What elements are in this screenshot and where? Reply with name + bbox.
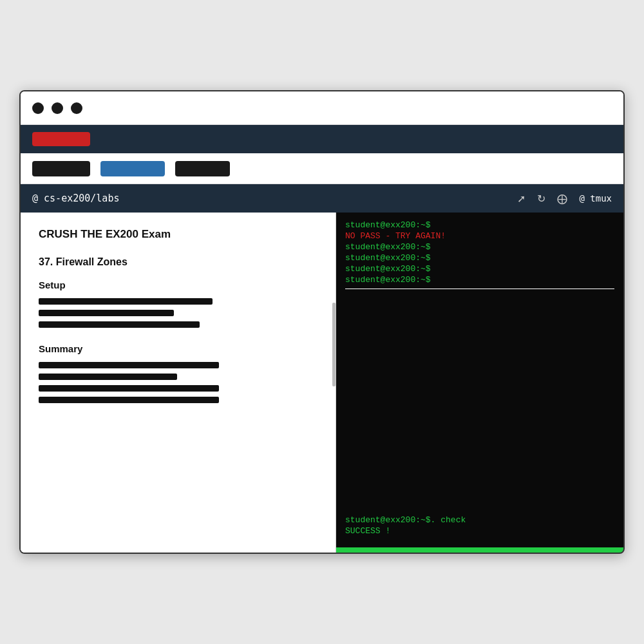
browser-window: @ cs-ex200/labs ➚ ↻ ⨁ @ tmux CRUSH THE E… [19,90,625,554]
course-title: CRUSH THE EX200 Exam [39,228,317,241]
title-bar [21,91,623,125]
summary-line-1 [39,362,219,368]
refresh-icon[interactable]: ↻ [537,193,545,205]
close-dot[interactable] [32,102,44,114]
summary-line-4 [39,397,219,403]
setup-line-3 [39,321,200,328]
summary-line-2 [39,374,177,380]
status-bar [336,547,623,553]
tabs-bar [21,153,623,184]
tab-2-active[interactable] [100,161,165,176]
term-line-5: student@exx200:~$ [345,275,614,285]
terminal-output-top: student@exx200:~$ NO PASS - TRY AGAIN! s… [336,213,623,510]
maximize-dot[interactable] [71,102,82,114]
term-line-3: student@exx200:~$ [345,253,614,263]
tab-3[interactable] [175,161,230,176]
external-link-icon[interactable]: ➚ [517,193,526,205]
breadcrumb-bar: @ cs-ex200/labs ➚ ↻ ⨁ @ tmux [21,184,623,213]
tab-1[interactable] [32,161,90,176]
setup-line-1 [39,298,213,305]
layers-icon[interactable]: ⨁ [557,193,567,205]
breadcrumb-icons: ➚ ↻ ⨁ @ tmux [517,193,612,205]
main-content: CRUSH THE EX200 Exam 37. Firewall Zones … [21,213,623,553]
term-line-1: student@exx200:~$ [345,220,614,230]
summary-heading: Summary [39,343,317,354]
tmux-label: @ tmux [579,193,612,204]
breadcrumb-path: @ cs-ex200/labs [32,193,119,204]
minimize-dot[interactable] [52,102,63,114]
nav-bar [21,125,623,153]
setup-heading: Setup [39,279,317,290]
term-check-line: student@exx200:~$. check [345,515,614,525]
term-line-4: student@exx200:~$ [345,264,614,274]
terminal-panel: student@exx200:~$ NO PASS - TRY AGAIN! s… [336,213,623,553]
summary-line-3 [39,385,219,392]
terminal-output-bottom: student@exx200:~$. check SUCCESS ! [336,510,623,547]
left-panel: CRUSH THE EX200 Exam 37. Firewall Zones … [21,213,336,553]
terminal-divider [345,289,614,289]
scroll-divider [332,303,336,386]
setup-line-2 [39,310,174,316]
term-line-2: student@exx200:~$ [345,242,614,252]
term-success-line: SUCCESS ! [345,526,614,536]
term-line-no-pass: NO PASS - TRY AGAIN! [345,231,614,241]
nav-red-button[interactable] [32,132,90,146]
lab-title: 37. Firewall Zones [39,256,317,268]
